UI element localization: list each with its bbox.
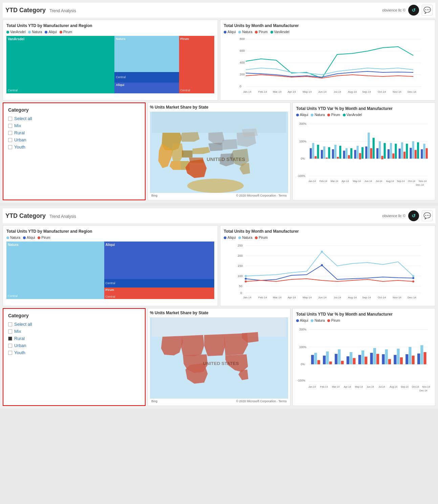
legend2-dot-natura — [6, 236, 9, 239]
svg-rect-186 — [417, 353, 420, 364]
svg-text:100%: 100% — [299, 140, 306, 143]
svg-point-120 — [321, 251, 323, 253]
bar-chart-1[interactable]: 200% 100% 0% -100% — [296, 119, 432, 186]
svg-rect-167 — [341, 361, 344, 364]
svg-text:Nov-14: Nov-14 — [419, 180, 426, 183]
checkbox-mix-2[interactable] — [8, 329, 12, 334]
category-item-urban-2[interactable]: Urban — [8, 343, 140, 348]
category-item-urban-1[interactable]: Urban — [8, 137, 140, 142]
svg-text:Aug-14: Aug-14 — [390, 386, 397, 388]
treemap2-natura[interactable]: Natura Central — [6, 242, 104, 299]
category-link-urban-2[interactable]: Urban — [14, 343, 26, 348]
treemap2-aliqui-central[interactable]: Central — [104, 279, 214, 288]
svg-point-24 — [187, 179, 244, 193]
bar-dot-pirum — [327, 114, 330, 116]
line-chart-2[interactable]: 250 200 150 100 50 0 — [224, 242, 432, 302]
category-item-youth-2[interactable]: Youth — [8, 350, 140, 355]
category-item-rural-2[interactable]: Rural — [8, 336, 140, 341]
page-subtitle-2: Trend Analysis — [49, 214, 76, 219]
page-title-2: YTD Category — [5, 212, 46, 219]
category-link-urban-1[interactable]: Urban — [14, 137, 26, 142]
category-item-youth-1[interactable]: Youth — [8, 144, 140, 150]
checkbox-rural-2[interactable] — [8, 337, 12, 341]
brand-icon-1[interactable]: ↺ — [408, 5, 419, 16]
checkbox-rural-1[interactable] — [8, 131, 12, 135]
svg-rect-91 — [417, 142, 419, 159]
svg-text:200%: 200% — [299, 328, 306, 331]
treemap-card-1: Total Units YTD by Manufacturer and Regi… — [3, 20, 218, 100]
treemap-1[interactable]: VanArsdel Central Natura Central Aliqui … — [6, 36, 214, 93]
checkbox-youth-1[interactable] — [8, 145, 12, 149]
bar-legend-1: Aliqui Natura Pirum VanArsdel — [296, 113, 432, 117]
map-2[interactable]: UNITED STATES — [150, 317, 288, 398]
svg-point-124 — [412, 277, 414, 279]
treemap-aliqui[interactable]: Aliqui — [114, 83, 179, 93]
svg-text:Aug-14: Aug-14 — [348, 90, 357, 93]
svg-text:200%: 200% — [299, 122, 306, 125]
treemap-natura[interactable]: Natura — [114, 36, 179, 72]
bar-chart-2[interactable]: 200% 100% 0% -100% — [296, 324, 432, 392]
svg-text:Oct-14: Oct-14 — [378, 296, 386, 299]
category-link-rural-2[interactable]: Rural — [14, 336, 25, 341]
checkbox-selectall-1[interactable] — [8, 117, 12, 121]
legend-dot-natura-line — [238, 31, 241, 33]
category-link-youth-1[interactable]: Youth — [14, 144, 25, 150]
treemap-vanarsdel[interactable]: VanArsdel Central — [6, 36, 114, 93]
checkbox-urban-1[interactable] — [8, 138, 12, 142]
category-link-rural-1[interactable]: Rural — [14, 130, 25, 135]
legend2-label-natura-line: Natura — [242, 236, 252, 239]
legend-dot-vanarsdel-line — [270, 31, 273, 33]
category-title-1: Category — [8, 107, 140, 113]
treemap2-aliqui[interactable]: Aliqui — [104, 242, 214, 279]
category-item-mix-1[interactable]: Mix — [8, 123, 140, 128]
chat-icon-2[interactable]: 💬 — [422, 210, 433, 221]
legend-aliqui-1: Aliqui — [45, 30, 57, 34]
svg-rect-61 — [334, 145, 336, 159]
category-link-selectall-1[interactable]: Select all — [14, 116, 32, 121]
treemap-pirum[interactable]: Pirum Central — [179, 36, 214, 93]
category-item-selectall-2[interactable]: Select all — [8, 322, 140, 327]
category-link-mix-1[interactable]: Mix — [14, 123, 21, 128]
bar2-legend-pirum: Pirum — [327, 319, 340, 322]
treemap2-pirum-central-label: Central — [106, 295, 115, 298]
category-link-mix-2[interactable]: Mix — [14, 329, 21, 334]
svg-rect-187 — [420, 345, 423, 364]
legend-dot-pirum-line — [255, 31, 258, 33]
svg-rect-63 — [339, 146, 341, 159]
map-bing-1: Bing — [151, 194, 157, 197]
legend2-natura: Natura — [6, 236, 20, 239]
map-title-2: % Units Market Share by State — [150, 311, 288, 315]
svg-text:Apr-14: Apr-14 — [288, 296, 296, 299]
checkbox-youth-2[interactable] — [8, 351, 12, 355]
checkbox-selectall-2[interactable] — [8, 322, 12, 326]
treemap-central-natura[interactable]: Central — [114, 72, 179, 83]
svg-marker-142 — [181, 335, 204, 356]
category-item-rural-1[interactable]: Rural — [8, 130, 140, 135]
treemap-central3-label: Central — [180, 89, 190, 92]
treemap-title-1: Total Units YTD by Manufacturer and Regi… — [6, 23, 214, 28]
map-1[interactable]: UNITED STATES — [150, 112, 288, 193]
category-item-selectall-1[interactable]: Select all — [8, 116, 140, 121]
legend2-pirum-line: Pirum — [255, 236, 267, 239]
category-item-mix-2[interactable]: Mix — [8, 329, 140, 334]
title-area: YTD Category Trend Analysis — [5, 7, 76, 14]
checkbox-urban-2[interactable] — [8, 344, 12, 348]
map-card-2: % Units Market Share by State — [148, 308, 290, 406]
treemap2-pirum[interactable]: Pirum Central — [104, 288, 214, 299]
category-link-selectall-2[interactable]: Select all — [14, 322, 32, 327]
checkbox-mix-1[interactable] — [8, 124, 12, 128]
svg-rect-56 — [321, 150, 323, 159]
brand-icon-2[interactable]: ↺ — [408, 210, 419, 221]
category-card-2: Category Select all Mix Rural Urban Yout… — [3, 308, 146, 406]
treemap-2[interactable]: Natura Central Aliqui Central Pirum Cent… — [6, 242, 214, 299]
svg-text:400: 400 — [240, 61, 245, 64]
category-link-youth-2[interactable]: Youth — [14, 350, 25, 355]
svg-text:Apr-14: Apr-14 — [342, 180, 349, 183]
svg-rect-55 — [317, 145, 319, 159]
line-chart-1[interactable]: 800 600 400 200 0 — [224, 36, 432, 97]
svg-rect-66 — [348, 155, 350, 159]
legend-natura-line: Natura — [238, 30, 252, 34]
chat-icon-1[interactable]: 💬 — [422, 5, 433, 16]
legend-label-aliqui: Aliqui — [48, 30, 57, 34]
svg-rect-94 — [426, 148, 428, 159]
